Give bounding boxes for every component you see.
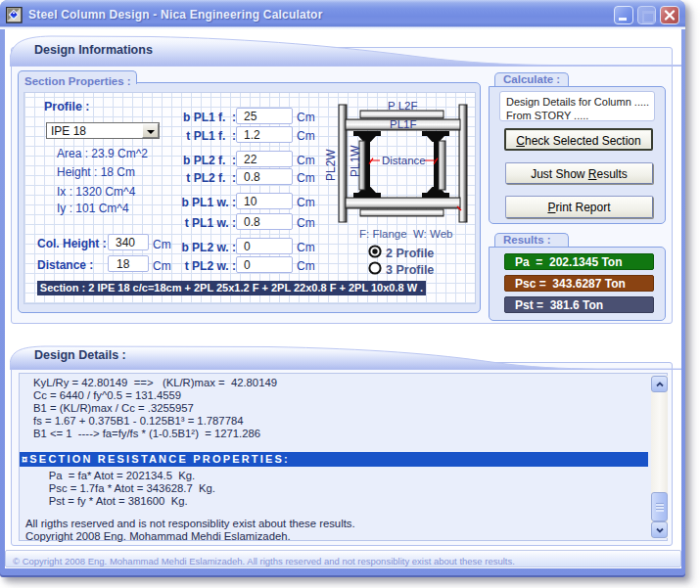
svg-text:P L2F: P L2F <box>388 100 417 112</box>
svg-text:PL2W: PL2W <box>324 149 338 181</box>
svg-text:PL1W: PL1W <box>349 145 362 177</box>
svg-text:PL1F: PL1F <box>390 118 417 130</box>
svg-text:Distance: Distance <box>382 155 426 166</box>
